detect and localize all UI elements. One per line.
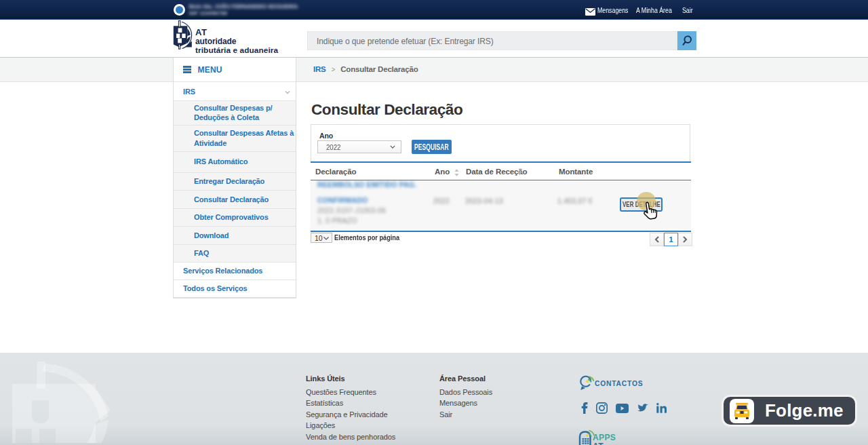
svg-text:AT: AT — [593, 442, 604, 445]
svg-text:APPS: APPS — [593, 433, 616, 442]
svg-text:CONTACTOS: CONTACTOS — [595, 380, 643, 387]
